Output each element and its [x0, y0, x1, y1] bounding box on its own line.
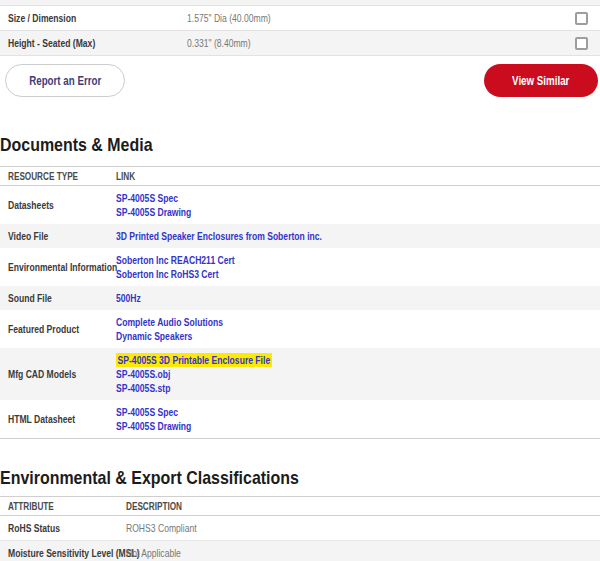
table-header: RESOURCE TYPE LINK [0, 167, 600, 186]
text-label: SP-4005S Drawing [116, 205, 191, 219]
resource-type-label: Mfg CAD Models [0, 367, 116, 381]
text-label: Mfg CAD Models [8, 367, 76, 381]
actions-bar: Report an Error View Similar [5, 64, 598, 97]
table-row: Video File3D Printed Speaker Enclosures … [0, 224, 600, 248]
resource-type-label: Video File [0, 229, 116, 243]
resource-type-label: Sound File [0, 291, 116, 305]
document-link[interactable]: SP-4005S Spec [116, 191, 600, 205]
text-label: Sound File [8, 291, 52, 305]
column-header-description: DESCRIPTION [126, 500, 600, 512]
view-similar-button[interactable]: View Similar [484, 64, 598, 97]
text-label: Moisture Sensitivity Level (MSL) [8, 546, 140, 560]
highlighted-document-link[interactable]: SP-4005S 3D Printable Enclosure File [116, 353, 600, 367]
document-link[interactable]: Dynamic Speakers [116, 329, 600, 343]
attribute-label: RoHS Status [0, 521, 126, 535]
text-label: RoHS Status [8, 521, 60, 535]
link-cell: Complete Audio SolutionsDynamic Speakers [116, 315, 600, 343]
document-link[interactable]: SP-4005S Drawing [116, 205, 600, 219]
environmental-table: ATTRIBUTE DESCRIPTION RoHS StatusROHS3 C… [0, 496, 600, 561]
text-label: Height - Seated (Max) [8, 37, 95, 49]
attribute-description: ROHS3 Compliant [126, 521, 600, 535]
link-cell: SP-4005S SpecSP-4005S Drawing [116, 405, 600, 433]
table-row: Height - Seated (Max)0.331" (8.40mm) [0, 31, 600, 56]
document-link[interactable]: Soberton Inc REACH211 Cert [116, 253, 600, 267]
text-label: SP-4005S.stp [116, 381, 170, 395]
text-label: Dynamic Speakers [116, 329, 192, 343]
link-cell: SP-4005S 3D Printable Enclosure FileSP-4… [116, 353, 600, 395]
link-cell: Soberton Inc REACH211 CertSoberton Inc R… [116, 253, 600, 281]
resource-type-label: Featured Product [0, 322, 116, 336]
table-row: HTML DatasheetSP-4005S SpecSP-4005S Draw… [0, 400, 600, 438]
table-row: Featured ProductComplete Audio Solutions… [0, 310, 600, 348]
table-row: DatasheetsSP-4005S SpecSP-4005S Drawing [0, 186, 600, 224]
section-title-documents-media: Documents & Media [0, 134, 600, 155]
link-cell: 3D Printed Speaker Enclosures from Sober… [116, 229, 600, 243]
text-label: 0.331" (8.40mm) [187, 37, 251, 49]
attributes-table: Size / Dimension1.575" Dia (40.00mm)Heig… [0, 0, 600, 56]
text-label: SP-4005S Drawing [116, 419, 191, 433]
text-label: Environmental Information [8, 260, 117, 274]
attribute-label: Moisture Sensitivity Level (MSL) [0, 546, 126, 560]
table-header: ATTRIBUTE DESCRIPTION [0, 497, 600, 516]
document-link[interactable]: Complete Audio Solutions [116, 315, 600, 329]
table-row: Mfg CAD ModelsSP-4005S 3D Printable Encl… [0, 348, 600, 400]
link-cell: SP-4005S SpecSP-4005S Drawing [116, 191, 600, 219]
column-header-resource-type: RESOURCE TYPE [0, 170, 116, 182]
text-label: 500Hz [116, 291, 141, 305]
text-label: Complete Audio Solutions [116, 315, 223, 329]
table-row: Moisture Sensitivity Level (MSL)Not Appl… [0, 541, 600, 561]
document-link[interactable]: SP-4005S.stp [116, 381, 600, 395]
table-row: Sound File500Hz [0, 286, 600, 310]
text-label: Size / Dimension [8, 12, 76, 24]
attribute-description: Not Applicable [126, 546, 600, 560]
document-link[interactable]: SP-4005S.obj [116, 367, 600, 381]
text-label: Not Applicable [126, 546, 181, 560]
attribute-value: 0.331" (8.40mm) [187, 37, 575, 49]
document-link[interactable]: SP-4005S Spec [116, 405, 600, 419]
text-label: Featured Product [8, 322, 79, 336]
document-link[interactable]: 500Hz [116, 291, 600, 305]
text-label: Video File [8, 229, 48, 243]
document-link[interactable]: Soberton Inc RoHS3 Cert [116, 267, 600, 281]
column-header-link: LINK [116, 170, 600, 182]
text-label: SP-4005S 3D Printable Enclosure File [116, 353, 272, 367]
report-error-button[interactable]: Report an Error [5, 64, 125, 97]
text-label: SP-4005S.obj [116, 367, 170, 381]
attribute-value: 1.575" Dia (40.00mm) [187, 12, 575, 24]
resource-type-label: Environmental Information [0, 260, 116, 274]
attribute-label: Size / Dimension [0, 12, 187, 24]
text-label: ROHS3 Compliant [126, 521, 197, 535]
row-checkbox[interactable] [575, 37, 588, 50]
product-page: Size / Dimension1.575" Dia (40.00mm)Heig… [0, 0, 600, 561]
table-row: Size / Dimension1.575" Dia (40.00mm) [0, 6, 600, 31]
document-link[interactable]: SP-4005S Drawing [116, 419, 600, 433]
link-cell: 500Hz [116, 291, 600, 305]
row-checkbox[interactable] [575, 12, 588, 25]
documents-media-table: RESOURCE TYPE LINK DatasheetsSP-4005S Sp… [0, 166, 600, 439]
text-label: Soberton Inc REACH211 Cert [116, 253, 235, 267]
section-title-environmental: Environmental & Export Classifications [0, 467, 600, 488]
text-label: Soberton Inc RoHS3 Cert [116, 267, 218, 281]
attribute-label: Height - Seated (Max) [0, 37, 187, 49]
resource-type-label: HTML Datasheet [0, 412, 116, 426]
text-label: Datasheets [8, 198, 54, 212]
table-row: RoHS StatusROHS3 Compliant [0, 516, 600, 541]
text-label: HTML Datasheet [8, 412, 75, 426]
table-row: Environmental InformationSoberton Inc RE… [0, 248, 600, 286]
column-header-attribute: ATTRIBUTE [0, 500, 126, 512]
text-label: 1.575" Dia (40.00mm) [187, 12, 271, 24]
resource-type-label: Datasheets [0, 198, 116, 212]
text-label: SP-4005S Spec [116, 191, 178, 205]
document-link[interactable]: 3D Printed Speaker Enclosures from Sober… [116, 229, 600, 243]
text-label: SP-4005S Spec [116, 405, 178, 419]
text-label: 3D Printed Speaker Enclosures from Sober… [116, 229, 322, 243]
